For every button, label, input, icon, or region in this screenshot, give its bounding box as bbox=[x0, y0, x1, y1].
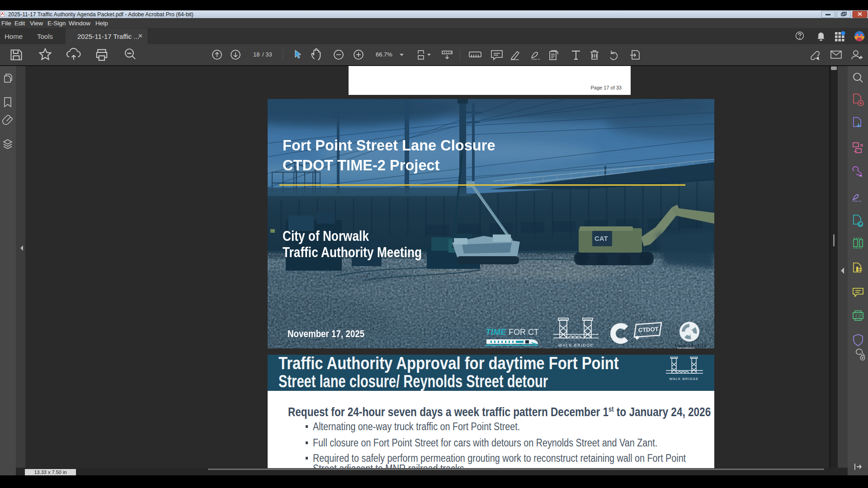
svg-text:TIME: TIME bbox=[486, 327, 507, 337]
svg-text:WALK BRIDGE: WALK BRIDGE bbox=[558, 343, 594, 347]
svg-text:CTDOT: CTDOT bbox=[638, 326, 659, 333]
svg-text:18: 18 bbox=[253, 51, 259, 58]
svg-text:WALK BRIDGE: WALK BRIDGE bbox=[669, 377, 698, 381]
svg-text:FOR CT: FOR CT bbox=[509, 328, 539, 337]
svg-text:66.7%: 66.7% bbox=[376, 51, 392, 58]
svg-text:/ 33: / 33 bbox=[262, 51, 272, 58]
